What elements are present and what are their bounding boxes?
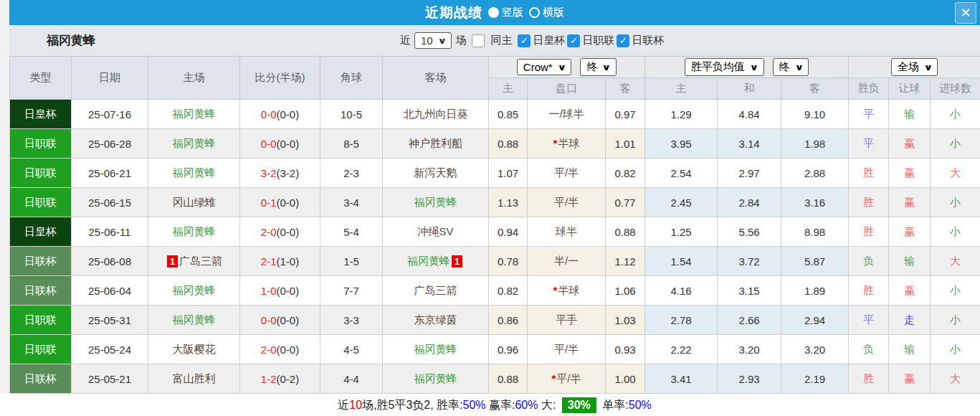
dialog-title: 近期战绩 [425,4,482,22]
match-score: 0-1(0-0) [240,188,320,217]
ah-away-odds: 0.77 [606,188,645,217]
match-date: 25-06-15 [72,188,148,217]
match-score: 3-2(3-2) [240,159,320,188]
result-goals: 小 [931,306,980,335]
result-handicap: 走 [889,306,931,335]
corner-score: 4-4 [320,364,383,394]
away-team: 北九州向日葵 [383,100,489,129]
ah-line: *平/半 [528,364,606,394]
asian-odds-group: Crow* ∨ 终 ∨ [489,57,645,78]
summary-segment: 赢率: [486,398,515,413]
avg-draw-odds: 3.15 [718,276,781,306]
scope-select[interactable]: 全场 ∨ [891,58,938,76]
summary-segment: 单率: [599,398,629,413]
avg-away-odds: 1.98 [781,129,849,159]
sub-header-ah-away: 客 [606,78,645,100]
col-header-corner: 角球 [320,57,383,100]
team-title: 福冈黄蜂 [47,32,95,49]
away-team: 神户胜利船 [383,129,489,159]
avg-away-odds: 2.94 [781,306,849,335]
result-goals: 小 [931,217,980,247]
result-wdl: 平 [849,100,889,129]
ah-line: 平手 [528,306,606,335]
ah-away-odds: 0.82 [606,159,645,188]
home-team: 福冈黄蜂 [148,276,240,306]
table-row: 日职联25-05-31福冈黄蜂0-0(0-0)3-3东京绿茵0.86平手1.03… [10,306,980,335]
avg-draw-odds: 5.56 [718,217,781,247]
match-rows: 日皇杯25-07-16福冈黄蜂0-0(0-0)10-5北九州向日葵0.85一/球… [10,100,980,394]
europe-odds-value: 胜平负均值 [691,60,745,74]
match-date: 25-06-28 [72,129,148,159]
star-icon: * [553,284,558,296]
table-row: 日联杯25-06-081广岛三箭2-1(1-0)1-5福冈黄蜂10.78半/一1… [10,247,980,276]
ah-away-odds: 1.03 [606,306,645,335]
result-wdl: 胜 [849,159,889,188]
col-header-score: 比分(半场) [240,57,320,100]
match-date: 25-06-11 [72,217,148,247]
result-handicap: 赢 [889,276,931,306]
ah-home-odds: 0.78 [489,247,528,276]
ah-away-odds: 1.01 [606,129,645,159]
match-type-badge: 日皇杯 [10,100,72,129]
match-count-select[interactable]: 10 ∨ [414,32,452,49]
away-team: 福冈黄蜂 [383,364,489,394]
dialog-titlebar: 近期战绩 竖版 横版 ✕ [9,0,980,25]
result-handicap: 输 [889,100,931,129]
result-wdl: 负 [849,335,889,364]
filter-controls: 近 10 ∨ 场 同主 ✓日皇杯✓日职联✓日联杯 [400,32,664,49]
europe-odds-time-value: 终 [779,60,790,74]
ah-line: 半/一 [528,247,606,276]
match-type-badge: 日联杯 [10,247,72,276]
ah-line: 一/球半 [528,100,606,129]
ah-line: 平/半 [528,159,606,188]
ah-away-odds: 1.00 [606,364,645,394]
away-team: 东京绿茵 [383,306,489,335]
odds-company-select[interactable]: Crow* ∨ [517,59,572,75]
competition-checkbox[interactable]: ✓ [518,34,531,47]
summary-segment: 60% [515,399,538,412]
avg-home-odds: 3.95 [645,129,718,159]
star-icon: * [551,372,556,384]
avg-draw-odds: 3.14 [718,129,781,159]
asian-odds-time-select[interactable]: 终 ∨ [580,58,617,76]
close-button[interactable]: ✕ [955,2,976,24]
competition-filters: ✓日皇杯✓日职联✓日联杯 [515,34,664,47]
competition-checkbox[interactable]: ✓ [617,34,629,47]
europe-odds-select[interactable]: 胜平负均值 ∨ [685,58,764,76]
ah-line: 平/半 [528,335,606,364]
close-icon: ✕ [960,5,971,21]
toolbar: 福冈黄蜂 近 10 ∨ 场 同主 ✓日皇杯✓日职联✓日联杯 [9,25,980,56]
match-date: 25-05-21 [72,364,148,394]
avg-home-odds: 4.16 [645,276,718,306]
avg-draw-odds: 2.97 [718,159,781,188]
vertical-layout-radio[interactable] [488,7,499,18]
same-home-checkbox[interactable] [472,34,485,47]
match-date: 25-06-21 [72,159,148,188]
competition-label: 日联杯 [632,34,664,46]
europe-odds-group: 胜平负均值 ∨ 终 ∨ [645,57,849,78]
match-score: 2-0(0-0) [240,335,320,364]
match-score: 1-2(0-2) [240,364,320,394]
match-type-badge: 日联杯 [10,364,72,394]
match-score: 0-0(0-0) [240,306,320,335]
match-date: 25-05-24 [72,335,148,364]
away-team: 福冈黄蜂 [383,188,489,217]
result-wdl: 平 [849,306,889,335]
match-score: 1-0(0-0) [240,276,320,306]
table-row: 日职联25-06-28福冈黄蜂0-0(0-0)8-5神户胜利船0.88*半球1.… [10,129,980,159]
horizontal-layout-radio[interactable] [529,7,540,18]
result-wdl: 胜 [849,364,889,394]
avg-home-odds: 1.54 [645,247,718,276]
summary-segment: 胜率: [437,398,462,413]
avg-draw-odds: 2.84 [718,188,781,217]
match-type-badge: 日职联 [10,188,72,217]
ah-line: 平/半 [528,188,606,217]
sub-header-handicap: 让球 [889,78,931,100]
result-handicap: 赢 [889,217,931,247]
competition-checkbox[interactable]: ✓ [567,34,580,47]
corner-score: 7-7 [320,276,383,306]
asian-odds-time-value: 终 [586,60,597,74]
summary-segment: 大: [538,398,558,413]
corner-score: 10-5 [320,100,383,129]
europe-odds-time-select[interactable]: 终 ∨ [773,58,809,76]
